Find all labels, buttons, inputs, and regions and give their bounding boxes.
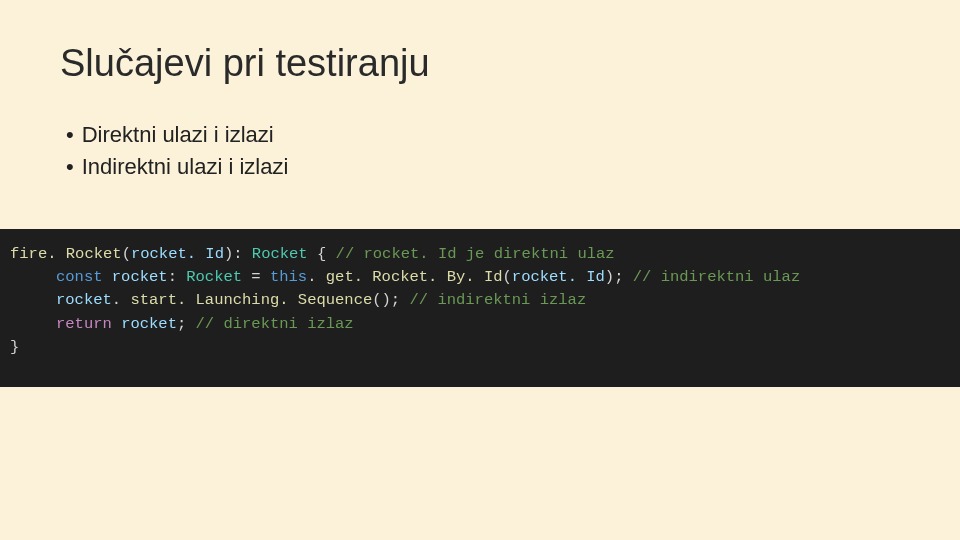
code-token-punct: .: [112, 291, 131, 309]
code-line: return rocket; // direktni izlaz: [10, 313, 950, 336]
list-item: • Direktni ulazi i izlazi: [66, 119, 900, 151]
bullet-list: • Direktni ulazi i izlazi • Indirektni u…: [66, 119, 900, 183]
slide: Slučajevi pri testiranju • Direktni ulaz…: [0, 0, 960, 540]
slide-title: Slučajevi pri testiranju: [60, 42, 900, 85]
code-token-var: rocket: [112, 268, 168, 286]
code-token-comment: // rocket. Id je direktni ulaz: [336, 245, 615, 263]
code-token-this: this: [270, 268, 307, 286]
code-token-punct: (: [503, 268, 512, 286]
code-token-arg: rocket. Id: [131, 245, 224, 263]
code-token-keyword: const: [56, 268, 112, 286]
code-line: }: [10, 336, 950, 359]
code-line: const rocket: Rocket = this. get. Rocket…: [10, 266, 950, 289]
code-token-punct: ;: [177, 315, 196, 333]
bullet-icon: •: [66, 119, 74, 151]
code-token-type: Rocket: [186, 268, 242, 286]
code-token-punct: ();: [372, 291, 409, 309]
code-token-punct: =: [242, 268, 270, 286]
code-token-function: fire. Rocket: [10, 245, 122, 263]
code-token-function: start. Launching. Sequence: [130, 291, 372, 309]
code-token-punct: :: [168, 268, 187, 286]
code-line: rocket. start. Launching. Sequence(); //…: [10, 289, 950, 312]
code-block: fire. Rocket(rocket. Id): Rocket { // ro…: [0, 229, 960, 387]
code-token-comment: // indirektni izlaz: [409, 291, 586, 309]
code-token-type: Rocket: [252, 245, 308, 263]
code-token-punct: (: [122, 245, 131, 263]
code-token-comment: // direktni izlaz: [196, 315, 354, 333]
bullet-icon: •: [66, 151, 74, 183]
code-token-brace: }: [10, 338, 19, 356]
code-line: fire. Rocket(rocket. Id): Rocket { // ro…: [10, 243, 950, 266]
code-token-punct: );: [605, 268, 633, 286]
bullet-text: Direktni ulazi i izlazi: [82, 119, 274, 151]
code-token-arg: rocket. Id: [512, 268, 605, 286]
code-token-var: rocket: [121, 315, 177, 333]
list-item: • Indirektni ulazi i izlazi: [66, 151, 900, 183]
code-token-punct: ):: [224, 245, 252, 263]
code-token-function: get. Rocket. By. Id: [326, 268, 503, 286]
bullet-text: Indirektni ulazi i izlazi: [82, 151, 289, 183]
code-token-keyword: return: [56, 315, 121, 333]
code-token-comment: // indirektni ulaz: [633, 268, 800, 286]
code-token-punct: .: [307, 268, 326, 286]
code-token-var: rocket: [56, 291, 112, 309]
code-token-punct: {: [308, 245, 336, 263]
